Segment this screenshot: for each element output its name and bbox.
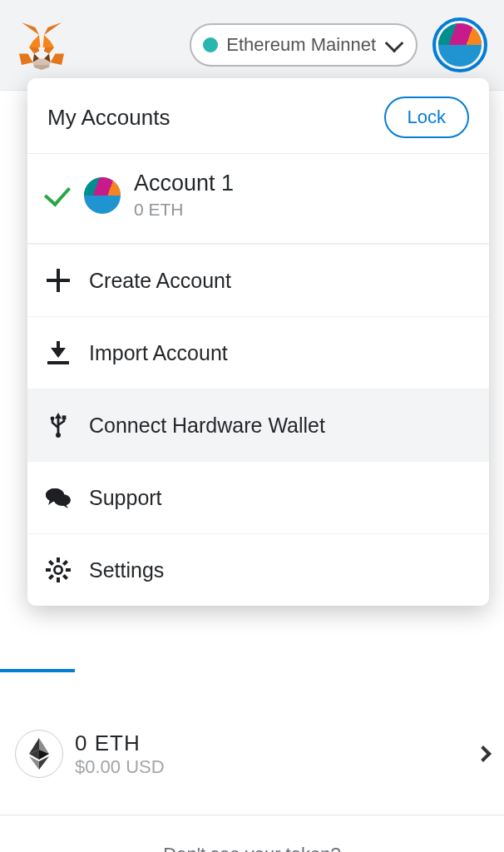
settings-item[interactable]: Settings xyxy=(27,533,489,606)
support-item[interactable]: Support xyxy=(27,461,489,533)
network-status-dot xyxy=(203,37,218,52)
asset-amount: 0 ETH xyxy=(75,731,165,756)
svg-rect-36 xyxy=(48,560,54,566)
import-account-item[interactable]: Import Account xyxy=(27,316,489,389)
lock-button[interactable]: Lock xyxy=(384,97,469,138)
usb-icon xyxy=(46,413,71,438)
svg-marker-28 xyxy=(62,504,68,508)
svg-rect-24 xyxy=(62,415,67,419)
svg-marker-5 xyxy=(43,35,55,47)
create-account-label: Create Account xyxy=(89,269,231,293)
token-footer: Don't see your token? Refresh list or im… xyxy=(0,844,504,852)
tab-indicator xyxy=(0,669,75,672)
settings-label: Settings xyxy=(89,558,164,582)
account-name: Account 1 xyxy=(134,171,234,196)
network-label: Ethereum Mainnet xyxy=(226,34,376,56)
svg-rect-33 xyxy=(66,568,71,572)
svg-rect-35 xyxy=(48,574,54,580)
svg-point-29 xyxy=(46,488,64,502)
svg-marker-22 xyxy=(55,413,62,419)
checkmark-icon xyxy=(44,179,71,206)
svg-rect-37 xyxy=(62,574,68,580)
download-icon xyxy=(47,341,69,364)
connect-hardware-label: Connect Hardware Wallet xyxy=(89,414,325,438)
asset-row-eth[interactable]: 0 ETH $0.00 USD xyxy=(15,730,489,778)
import-account-label: Import Account xyxy=(89,341,228,365)
account-balance: 0 ETH xyxy=(134,200,234,220)
svg-point-23 xyxy=(51,417,55,421)
svg-marker-11 xyxy=(29,47,39,54)
svg-marker-0 xyxy=(44,22,62,35)
account-avatar-button[interactable] xyxy=(432,17,487,72)
account-avatar-icon xyxy=(438,23,482,67)
gear-icon xyxy=(46,557,71,582)
account-item-1[interactable]: Account 1 0 ETH xyxy=(27,154,489,244)
svg-marker-1 xyxy=(22,22,39,35)
connect-hardware-item[interactable]: Connect Hardware Wallet xyxy=(27,389,489,461)
token-prompt: Don't see your token? xyxy=(0,844,504,852)
asset-usd: $0.00 USD xyxy=(75,756,165,778)
svg-rect-32 xyxy=(46,568,51,572)
chevron-down-icon xyxy=(385,34,404,53)
create-account-item[interactable]: Create Account xyxy=(27,244,489,316)
plus-icon xyxy=(47,269,70,292)
accounts-dropdown-header: My Accounts Lock xyxy=(27,78,489,154)
app-header: Ethereum Mainnet xyxy=(0,0,504,90)
svg-marker-12 xyxy=(44,47,54,54)
accounts-title: My Accounts xyxy=(47,105,170,131)
svg-marker-4 xyxy=(29,35,41,47)
accounts-dropdown: My Accounts Lock Account 1 0 ETH Create … xyxy=(27,78,489,606)
chat-icon xyxy=(46,485,71,510)
svg-marker-3 xyxy=(19,54,33,66)
metamask-fox-logo xyxy=(17,20,67,70)
ethereum-icon xyxy=(15,730,63,778)
support-label: Support xyxy=(89,486,162,510)
chevron-right-icon xyxy=(475,746,492,762)
svg-rect-31 xyxy=(57,577,60,582)
divider xyxy=(0,815,504,815)
svg-rect-34 xyxy=(62,560,68,566)
svg-marker-13 xyxy=(34,65,49,70)
svg-marker-2 xyxy=(51,54,65,66)
account-avatar-icon xyxy=(84,177,121,214)
network-selector[interactable]: Ethereum Mainnet xyxy=(190,23,418,67)
svg-rect-30 xyxy=(57,557,60,562)
